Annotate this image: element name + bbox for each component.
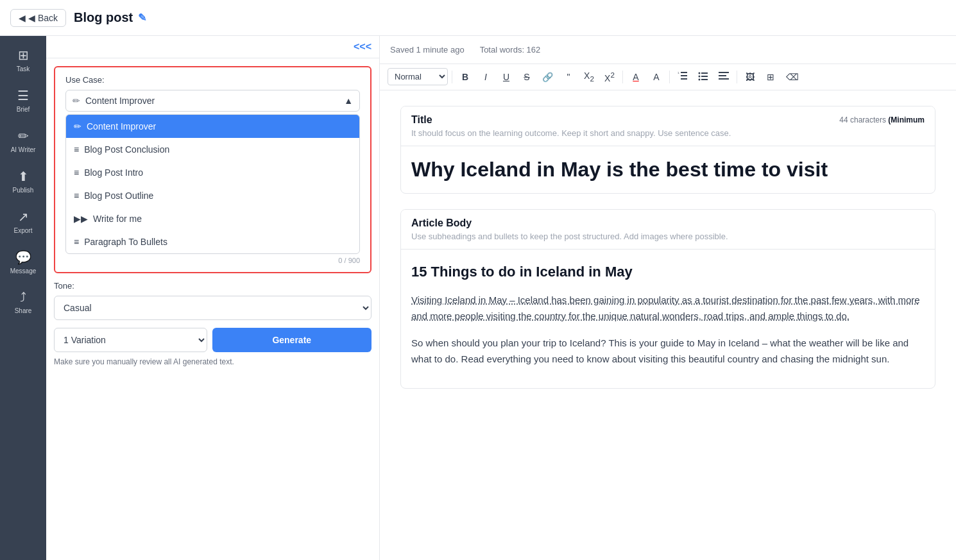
share-icon: ⤴ (20, 290, 26, 305)
bold-button[interactable]: B (456, 69, 474, 85)
message-icon: 💬 (15, 250, 31, 265)
publish-icon: ⬆ (18, 169, 29, 184)
paragraph-style-select[interactable]: Normal Heading 1 Heading 2 Heading 3 (388, 68, 448, 85)
title-heading: Title (411, 114, 432, 126)
dropdown-item-label: Write for me (93, 214, 142, 224)
highlight-button[interactable]: A (647, 69, 665, 85)
text-color-button[interactable]: A (627, 69, 645, 85)
article-body-section: Article Body Use subheadings and bullets… (400, 209, 935, 388)
back-label: ◀ Back (28, 13, 58, 23)
dropdown-icon: ✏ (73, 96, 80, 106)
dropdown-item-write-for-me[interactable]: ▶▶ Write for me (66, 207, 359, 230)
article-section-header: Article Body Use subheadings and bullets… (401, 210, 935, 250)
underline-span: Visiting Iceland in May – Iceland has be… (411, 294, 920, 322)
blog-title-text: Why Iceland in May is the best time to v… (411, 157, 925, 183)
svg-rect-4 (701, 72, 708, 74)
collapse-button[interactable]: <<< (354, 41, 371, 53)
title-section-title: Title 44 characters (Minimum (411, 114, 925, 126)
top-bar: ◀ ◀ Back Blog post ✎ (0, 0, 956, 36)
unordered-list-button[interactable] (694, 68, 712, 85)
article-heading: Article Body (411, 217, 472, 229)
dropdown-current-value: Content Improver (85, 96, 155, 106)
sidebar-item-brief[interactable]: ☰ Brief (3, 81, 44, 119)
write-for-me-icon: ▶▶ (74, 214, 88, 224)
svg-rect-6 (701, 79, 708, 80)
char-count-value: 44 characters (839, 115, 886, 124)
sidebar-item-label: Message (10, 267, 37, 275)
middle-panel: <<< Use Case: ✏ Content Improver ▲ ✏ (46, 36, 380, 560)
article-content-heading: 15 Things to do in Iceland in May (411, 260, 925, 284)
superscript-button[interactable]: X2 (601, 68, 619, 86)
dropdown-item-blog-post-intro[interactable]: ≡ Blog Post Intro (66, 161, 359, 184)
sidebar-item-export[interactable]: ↗ Export (3, 203, 44, 241)
middle-panel-header: <<< (46, 36, 379, 58)
use-case-section: Use Case: ✏ Content Improver ▲ ✏ Content… (54, 66, 371, 273)
svg-text:1.: 1. (678, 71, 679, 74)
dropdown-item-blog-post-outline[interactable]: ≡ Blog Post Outline (66, 184, 359, 207)
toolbar-divider-2 (622, 71, 623, 83)
generate-row: 1 Variation 2 Variations 3 Variations Ge… (46, 328, 379, 357)
article-section-title: Article Body (411, 217, 925, 229)
sidebar-item-label: Brief (17, 106, 30, 113)
task-icon: ⊞ (18, 47, 29, 63)
tone-select[interactable]: Casual Formal Friendly Professional (54, 296, 371, 320)
use-case-dropdown[interactable]: ✏ Content Improver ▲ (65, 90, 360, 112)
title-section-header: Title 44 characters (Minimum It should f… (401, 106, 935, 146)
variation-select[interactable]: 1 Variation 2 Variations 3 Variations (54, 328, 207, 352)
editor-toolbar: Normal Heading 1 Heading 2 Heading 3 B I… (380, 64, 956, 90)
saved-status: Saved 1 minute ago (390, 45, 465, 55)
svg-point-9 (699, 79, 701, 81)
strikethrough-button[interactable]: S (518, 69, 536, 85)
article-content[interactable]: 15 Things to do in Iceland in May Visiti… (401, 250, 935, 387)
ai-disclaimer: Make sure you manually review all AI gen… (46, 357, 379, 366)
underline-button[interactable]: U (497, 69, 515, 85)
align-button[interactable] (715, 68, 733, 85)
image-button[interactable]: 🖼 (741, 69, 759, 85)
sidebar-item-label: Publish (13, 187, 34, 194)
ordered-list-button[interactable]: 1. (674, 68, 692, 85)
table-button[interactable]: ⊞ (762, 69, 780, 85)
sidebar-item-label: Share (15, 307, 32, 314)
svg-point-8 (699, 76, 701, 78)
toolbar-divider-4 (737, 71, 737, 83)
sidebar-item-label: AI Writer (11, 146, 36, 153)
quote-button[interactable]: " (559, 69, 577, 85)
svg-rect-2 (681, 78, 687, 80)
dropdown-item-label: Paragraph To Bullets (84, 237, 167, 247)
subscript-button[interactable]: X2 (580, 68, 598, 85)
brief-icon: ☰ (17, 88, 29, 103)
tone-label: Tone: (54, 281, 371, 291)
chevron-up-icon: ▲ (344, 96, 353, 106)
paragraph-to-bullets-icon: ≡ (74, 237, 79, 247)
editor-area[interactable]: Title 44 characters (Minimum It should f… (380, 90, 956, 560)
icon-sidebar: ⊞ Task ☰ Brief ✏ AI Writer ⬆ Publish ↗ E… (0, 36, 46, 560)
sidebar-item-message[interactable]: 💬 Message (3, 243, 44, 281)
title-section: Title 44 characters (Minimum It should f… (400, 106, 935, 194)
sidebar-item-label: Task (17, 65, 30, 72)
page-title: Blog post ✎ (74, 10, 146, 25)
dropdown-item-label: Content Improver (87, 121, 156, 132)
sidebar-item-publish[interactable]: ⬆ Publish (3, 162, 44, 200)
dropdown-item-content-improver[interactable]: ✏ Content Improver (66, 115, 359, 138)
total-words: Total words: 162 (480, 45, 541, 55)
svg-rect-5 (701, 76, 708, 77)
dropdown-item-paragraph-to-bullets[interactable]: ≡ Paragraph To Bullets (66, 230, 359, 253)
dropdown-item-blog-post-conclusion[interactable]: ≡ Blog Post Conclusion (66, 138, 359, 161)
back-icon: ◀ (19, 13, 26, 23)
link-button[interactable]: 🔗 (538, 69, 557, 85)
back-button[interactable]: ◀ ◀ Back (10, 9, 66, 27)
generate-button[interactable]: Generate (212, 328, 372, 352)
blog-post-outline-icon: ≡ (74, 191, 79, 201)
italic-button[interactable]: I (477, 69, 495, 85)
dropdown-item-label: Blog Post Conclusion (84, 144, 169, 155)
title-content[interactable]: Why Iceland in May is the best time to v… (401, 146, 935, 194)
title-hint: It should focus on the learning outcome.… (411, 128, 925, 138)
clear-format-button[interactable]: ⌫ (782, 69, 803, 85)
article-body-text: 15 Things to do in Iceland in May Visiti… (411, 260, 925, 367)
edit-icon[interactable]: ✎ (138, 12, 146, 24)
sidebar-item-ai-writer[interactable]: ✏ AI Writer (3, 122, 44, 160)
main-layout: ⊞ Task ☰ Brief ✏ AI Writer ⬆ Publish ↗ E… (0, 36, 956, 560)
sidebar-item-task[interactable]: ⊞ Task (3, 41, 44, 79)
sidebar-item-share[interactable]: ⤴ Share (3, 284, 44, 321)
char-limit-text: 44 characters (Minimum (839, 115, 925, 124)
